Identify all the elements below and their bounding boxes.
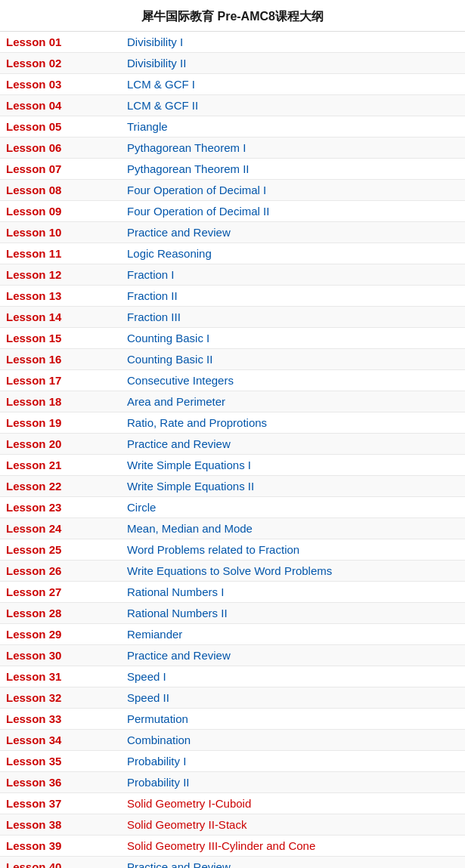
table-row: Lesson 07Pythagorean Theorem II — [0, 159, 465, 180]
table-row: Lesson 19Ratio, Rate and Proprotions — [0, 412, 465, 434]
table-row: Lesson 35Probability I — [0, 751, 465, 772]
table-row: Lesson 32Speed II — [0, 687, 465, 709]
table-row: Lesson 18Area and Perimeter — [0, 391, 465, 412]
lesson-number: Lesson 35 — [0, 751, 121, 772]
lesson-title: Divisibility II — [121, 53, 465, 74]
table-row: Lesson 31Speed I — [0, 666, 465, 687]
lesson-number: Lesson 12 — [0, 264, 121, 286]
lesson-title: Pythagorean Theorem I — [121, 137, 465, 159]
course-table: Lesson 01Divisibility ILesson 02Divisibi… — [0, 32, 465, 868]
table-row: Lesson 17Consecutive Integers — [0, 370, 465, 391]
lesson-title: Counting Basic I — [121, 328, 465, 349]
lesson-title: Practice and Review — [121, 434, 465, 455]
lesson-title: Triangle — [121, 116, 465, 137]
table-row: Lesson 39Solid Geometry III-Cylinder and… — [0, 836, 465, 857]
lesson-title: Area and Perimeter — [121, 391, 465, 412]
table-row: Lesson 02Divisibility II — [0, 53, 465, 74]
lesson-title: Solid Geometry III-Cylinder and Cone — [121, 836, 465, 857]
lesson-number: Lesson 26 — [0, 561, 121, 582]
table-row: Lesson 13Fraction II — [0, 286, 465, 307]
table-row: Lesson 40Practice and Review — [0, 857, 465, 869]
lesson-number: Lesson 21 — [0, 455, 121, 476]
lesson-title: Speed I — [121, 666, 465, 687]
table-row: Lesson 23Circle — [0, 497, 465, 518]
table-row: Lesson 38Solid Geometry II-Stack — [0, 814, 465, 836]
lesson-title: Probability II — [121, 772, 465, 793]
lesson-number: Lesson 16 — [0, 349, 121, 370]
lesson-number: Lesson 28 — [0, 603, 121, 624]
lesson-number: Lesson 15 — [0, 328, 121, 349]
lesson-number: Lesson 08 — [0, 180, 121, 201]
table-row: Lesson 10Practice and Review — [0, 222, 465, 243]
lesson-title: LCM & GCF I — [121, 74, 465, 95]
lesson-title: Probability I — [121, 751, 465, 772]
table-row: Lesson 22Write Simple Equations II — [0, 476, 465, 497]
lesson-number: Lesson 13 — [0, 286, 121, 307]
lesson-title: Word Problems related to Fraction — [121, 539, 465, 561]
lesson-title: Fraction II — [121, 286, 465, 307]
lesson-number: Lesson 02 — [0, 53, 121, 74]
table-row: Lesson 09Four Operation of Decimal II — [0, 201, 465, 222]
lesson-number: Lesson 06 — [0, 137, 121, 159]
lesson-number: Lesson 38 — [0, 814, 121, 836]
table-row: Lesson 14Fraction III — [0, 307, 465, 328]
lesson-number: Lesson 29 — [0, 624, 121, 645]
lesson-number: Lesson 18 — [0, 391, 121, 412]
lesson-title: Four Operation of Decimal II — [121, 201, 465, 222]
table-row: Lesson 06Pythagorean Theorem I — [0, 137, 465, 159]
lesson-title: Write Equations to Solve Word Problems — [121, 561, 465, 582]
lesson-number: Lesson 09 — [0, 201, 121, 222]
lesson-number: Lesson 05 — [0, 116, 121, 137]
lesson-number: Lesson 34 — [0, 730, 121, 751]
lesson-title: Four Operation of Decimal I — [121, 180, 465, 201]
lesson-title: Mean, Median and Mode — [121, 518, 465, 539]
lesson-title: Write Simple Equations I — [121, 455, 465, 476]
lesson-title: Counting Basic II — [121, 349, 465, 370]
table-row: Lesson 36Probability II — [0, 772, 465, 793]
lesson-number: Lesson 27 — [0, 582, 121, 603]
lesson-number: Lesson 32 — [0, 687, 121, 709]
table-row: Lesson 24Mean, Median and Mode — [0, 518, 465, 539]
lesson-title: Speed II — [121, 687, 465, 709]
lesson-number: Lesson 39 — [0, 836, 121, 857]
table-row: Lesson 28Rational Numbers II — [0, 603, 465, 624]
table-row: Lesson 05Triangle — [0, 116, 465, 137]
lesson-title: Fraction I — [121, 264, 465, 286]
lesson-title: Practice and Review — [121, 222, 465, 243]
table-row: Lesson 08Four Operation of Decimal I — [0, 180, 465, 201]
table-row: Lesson 12Fraction I — [0, 264, 465, 286]
table-row: Lesson 29Remiander — [0, 624, 465, 645]
lesson-number: Lesson 31 — [0, 666, 121, 687]
table-row: Lesson 15Counting Basic I — [0, 328, 465, 349]
page-title: 犀牛国际教育 Pre-AMC8课程大纲 — [0, 0, 465, 32]
lesson-title: Ratio, Rate and Proprotions — [121, 412, 465, 434]
lesson-number: Lesson 23 — [0, 497, 121, 518]
table-row: Lesson 33Permutation — [0, 709, 465, 730]
lesson-number: Lesson 19 — [0, 412, 121, 434]
lesson-title: Combination — [121, 730, 465, 751]
lesson-number: Lesson 37 — [0, 793, 121, 814]
lesson-title: Rational Numbers II — [121, 603, 465, 624]
table-row: Lesson 21Write Simple Equations I — [0, 455, 465, 476]
lesson-title: Logic Reasoning — [121, 243, 465, 264]
lesson-title: Solid Geometry I-Cuboid — [121, 793, 465, 814]
table-row: Lesson 01Divisibility I — [0, 32, 465, 53]
table-row: Lesson 20Practice and Review — [0, 434, 465, 455]
lesson-number: Lesson 25 — [0, 539, 121, 561]
lesson-number: Lesson 01 — [0, 32, 121, 53]
lesson-number: Lesson 36 — [0, 772, 121, 793]
lesson-title: LCM & GCF II — [121, 95, 465, 116]
table-row: Lesson 37Solid Geometry I-Cuboid — [0, 793, 465, 814]
lesson-title: Pythagorean Theorem II — [121, 159, 465, 180]
table-row: Lesson 27Rational Numbers I — [0, 582, 465, 603]
table-row: Lesson 16Counting Basic II — [0, 349, 465, 370]
lesson-number: Lesson 14 — [0, 307, 121, 328]
lesson-title: Divisibility I — [121, 32, 465, 53]
table-row: Lesson 34Combination — [0, 730, 465, 751]
lesson-number: Lesson 17 — [0, 370, 121, 391]
lesson-number: Lesson 07 — [0, 159, 121, 180]
table-row: Lesson 25Word Problems related to Fracti… — [0, 539, 465, 561]
lesson-title: Write Simple Equations II — [121, 476, 465, 497]
lesson-title: Practice and Review — [121, 645, 465, 666]
lesson-number: Lesson 22 — [0, 476, 121, 497]
